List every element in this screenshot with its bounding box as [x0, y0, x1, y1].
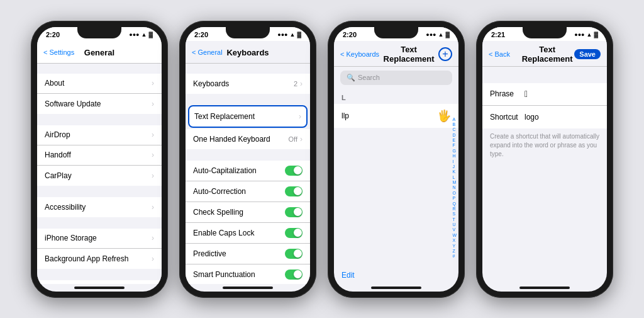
nav-bar-2: < General Keyboards: [186, 41, 310, 64]
alpha-b: B: [452, 122, 457, 127]
spacer-4a: [482, 67, 607, 77]
alpha-f: F: [452, 143, 457, 147]
list-item-auto-correct[interactable]: Auto-Correction: [186, 181, 310, 202]
notch-1: [77, 27, 121, 38]
screen-content-2: Keyboards 2 › Text Replacement ›: [186, 64, 310, 284]
alpha-q: Q: [452, 202, 457, 206]
list-item-date-time[interactable]: Date & Time ›: [37, 280, 162, 284]
phone-3: 2:20 ●●● ▲ ▓ < Keyboards Text Replacemen…: [328, 21, 465, 298]
list-item-airdrop[interactable]: AirDrop ›: [37, 125, 162, 145]
screen-1: 2:20 ●●● ▲ ▓ < Settings General: [37, 27, 162, 292]
alpha-y: Y: [452, 244, 457, 248]
caps-lock-toggle[interactable]: [285, 228, 303, 238]
predictive-toggle[interactable]: [285, 249, 303, 259]
list-item-about[interactable]: About ›: [37, 74, 162, 94]
spacer-1d: [37, 219, 162, 229]
auto-correct-toggle[interactable]: [285, 186, 303, 196]
shortcut-value: logo: [525, 113, 539, 122]
home-indicator-4: [519, 287, 570, 289]
wifi-icon-4: ▲: [587, 31, 592, 38]
back-button-4[interactable]: < Back: [489, 50, 520, 58]
back-button-1[interactable]: < Settings: [43, 48, 75, 56]
alpha-v: V: [452, 227, 457, 232]
screen-3: 2:20 ●●● ▲ ▓ < Keyboards Text Replacemen…: [334, 27, 458, 292]
wifi-icon-3: ▲: [438, 31, 444, 38]
phone-1: 2:20 ●●● ▲ ▓ < Settings General: [31, 21, 168, 298]
software-update-chevron: ›: [152, 99, 154, 108]
list-item-handoff[interactable]: Handoff ›: [37, 145, 162, 166]
screen-content-3: 🔍 Search L llp 🖐 A: [334, 67, 458, 284]
list-item-smart-punctuation[interactable]: Smart Punctuation: [186, 264, 310, 284]
group-keyboard: Date & Time › Keyboard › Language & Regi…: [37, 280, 162, 284]
software-update-label: Software Update: [45, 99, 101, 108]
back-button-3[interactable]: < Keyboards: [340, 50, 379, 58]
list-item-check-spelling[interactable]: Check Spelling: [186, 202, 310, 223]
spacer-2a: [186, 64, 310, 74]
alpha-k: K: [452, 169, 457, 174]
about-chevron: ›: [152, 79, 154, 88]
alpha-w: W: [452, 233, 457, 237]
status-icons-4: ●●● ▲ ▓: [574, 31, 598, 38]
airdrop-label: AirDrop: [45, 130, 70, 139]
alpha-l: L: [452, 175, 457, 179]
nav-bar-4: < Back Text Replacement Save: [482, 41, 607, 67]
phone-4: 2:21 ●●● ▲ ▓ < Back Text Replacement Sav…: [476, 21, 613, 298]
nav-bar-1: < Settings General: [37, 41, 162, 64]
edit-button-3[interactable]: Edit: [341, 271, 355, 280]
screen-2: 2:20 ●●● ▲ ▓ < General Keyboards Keybo: [186, 27, 310, 292]
back-button-2[interactable]: < General: [192, 48, 223, 56]
list-item-background-refresh[interactable]: Background App Refresh ›: [37, 249, 162, 269]
alpha-h: H: [452, 154, 457, 158]
screen-content-4: Phrase  Shortcut logo Create a shortcut…: [482, 67, 607, 284]
list-item-accessibility[interactable]: Accessibility ›: [37, 197, 162, 217]
status-time-3: 2:20: [343, 31, 357, 38]
auto-cap-toggle[interactable]: [285, 166, 303, 176]
notch-3: [374, 27, 418, 38]
list-item-text-replacement[interactable]: Text Replacement ›: [189, 106, 306, 127]
list-item-one-handed[interactable]: One Handed Keyboard Off ›: [186, 129, 310, 149]
search-bar-3[interactable]: 🔍 Search: [340, 71, 452, 85]
list-item-keyboards[interactable]: Keyboards 2 ›: [186, 74, 310, 94]
notch-2: [226, 27, 270, 38]
list-item-carplay[interactable]: CarPlay ›: [37, 166, 162, 186]
check-spelling-toggle[interactable]: [285, 207, 303, 217]
form-row-phrase[interactable]: Phrase : [482, 83, 607, 106]
list-item-caps-lock[interactable]: Enable Caps Lock: [186, 223, 310, 244]
accessibility-chevron: ›: [152, 203, 154, 212]
battery-icon-3: ▓: [445, 31, 450, 38]
smart-punctuation-toggle[interactable]: [285, 270, 303, 280]
scroll-1[interactable]: About › Software Update › AirDrop ›: [37, 64, 162, 284]
check-spelling-label: Check Spelling: [193, 208, 243, 217]
phone-frame-2: 2:20 ●●● ▲ ▓ < General Keyboards Keybo: [179, 21, 316, 298]
one-handed-value: Off: [289, 135, 297, 143]
plus-icon: +: [442, 49, 448, 59]
list-item-iphone-storage[interactable]: iPhone Storage ›: [37, 229, 162, 249]
scroll-4[interactable]: Phrase  Shortcut logo Create a shortcut…: [482, 67, 607, 284]
form-row-shortcut[interactable]: Shortcut logo: [482, 106, 607, 128]
screen-content-1: About › Software Update › AirDrop ›: [37, 64, 162, 284]
alpha-c: C: [452, 127, 457, 132]
scroll-2[interactable]: Keyboards 2 › Text Replacement ›: [186, 64, 310, 284]
spacer-1b: [37, 115, 162, 125]
alpha-r: R: [452, 207, 457, 211]
list-item-auto-cap[interactable]: Auto-Capitalization: [186, 161, 310, 181]
status-icons-3: ●●● ▲ ▓: [426, 31, 450, 38]
list-item-predictive[interactable]: Predictive: [186, 244, 310, 264]
status-icons-1: ●●● ▲ ▓: [129, 31, 153, 38]
group-storage: iPhone Storage › Background App Refresh …: [37, 229, 162, 269]
handoff-label: Handoff: [45, 150, 71, 159]
list-item-llp[interactable]: llp 🖐: [334, 104, 458, 128]
iphone-storage-chevron: ›: [152, 234, 154, 242]
keyboards-label: Keyboards: [193, 79, 229, 88]
add-button-3[interactable]: +: [438, 47, 452, 61]
list-item-software-update[interactable]: Software Update ›: [37, 94, 162, 114]
save-button-4[interactable]: Save: [574, 49, 601, 59]
alpha-t: T: [452, 217, 457, 222]
accessibility-label: Accessibility: [45, 203, 86, 212]
home-indicator-1: [74, 287, 125, 289]
scroll-3[interactable]: 🔍 Search L llp 🖐 A: [334, 67, 458, 284]
search-icon-3: 🔍: [347, 74, 355, 82]
alpha-o: O: [452, 191, 457, 195]
background-refresh-chevron: ›: [152, 254, 154, 263]
wifi-icon-2: ▲: [290, 31, 296, 38]
